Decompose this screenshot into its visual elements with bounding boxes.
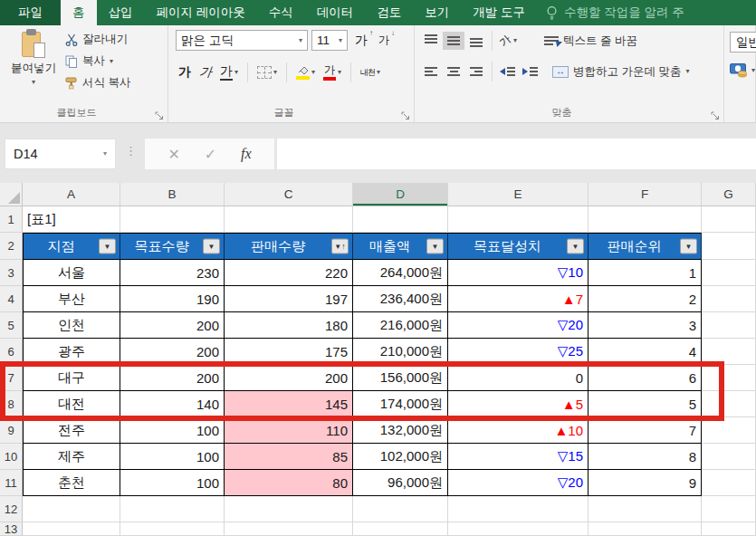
paste-dropdown-caret[interactable]: ▾ [32,79,35,86]
tell-me[interactable]: 수행할 작업을 알려 주 [546,0,756,25]
merge-center-button[interactable]: ↔ 병합하고 가운데 맞춤 ▾ [552,64,689,80]
underline-button[interactable]: 가▾ [217,62,241,82]
cell-C1[interactable] [225,206,353,233]
increase-indent-button[interactable] [519,67,541,76]
cell-B1[interactable] [120,206,225,233]
row-header-3[interactable]: 3 [0,260,23,286]
cell-A11[interactable]: 춘천 [23,470,120,496]
cell-A5[interactable]: 인천 [23,312,120,339]
font-size-combobox[interactable]: 11 ▾ [311,30,348,51]
cell-E2[interactable]: 목표달성치▼ [448,233,589,260]
filter-button-지점[interactable]: ▼ [99,239,116,254]
cell-G2[interactable] [702,233,756,260]
cell-B6[interactable]: 200 [120,339,225,365]
cell-F10[interactable]: 8 [589,444,702,470]
cell-A1[interactable]: [표1] [23,206,120,233]
cell-F8[interactable]: 5 [589,391,702,417]
tab-검토[interactable]: 검토 [365,0,413,25]
cell-C5[interactable]: 180 [225,312,353,339]
cell-D10[interactable]: 102,000원 [353,444,448,470]
cell-G7[interactable] [702,365,756,391]
cell-C3[interactable]: 220 [225,260,353,286]
cell-C2[interactable]: 판매수량▼↑ [225,233,353,260]
cell-E1[interactable] [448,206,589,233]
column-header-C[interactable]: C [225,183,353,206]
cell-B12[interactable] [120,496,225,522]
tab-홈[interactable]: 홈 [61,0,97,25]
cell-E13[interactable] [448,522,589,536]
row-header-12[interactable]: 12 [0,496,23,522]
cell-E4[interactable]: ▲7 [448,286,589,312]
name-box[interactable]: D14 ▾ [5,139,116,169]
cell-F5[interactable]: 3 [589,312,702,339]
cell-G4[interactable] [702,286,756,312]
cell-E6[interactable]: ▽25 [448,339,589,365]
row-header-1[interactable]: 1 [0,206,23,233]
cell-A4[interactable]: 부산 [23,286,120,312]
cell-F3[interactable]: 1 [589,260,702,286]
bold-button[interactable]: 가 [176,62,194,82]
row-header-9[interactable]: 9 [0,417,23,444]
middle-align-button[interactable] [443,32,464,50]
cell-G3[interactable] [702,260,756,286]
cell-B3[interactable]: 230 [120,260,225,286]
row-header-5[interactable]: 5 [0,312,23,339]
name-box-caret-icon[interactable]: ▾ [103,150,107,158]
cell-F7[interactable]: 6 [589,365,702,391]
cell-D11[interactable]: 96,000원 [353,470,448,496]
borders-button[interactable]: ▾ [254,62,280,82]
orientation-button[interactable]: 가▾ [496,34,521,49]
row-header-2[interactable]: 2 [0,233,23,260]
cell-F6[interactable]: 4 [589,339,702,365]
decrease-font-size-button[interactable]: 가↓ [375,33,393,48]
filter-button-매출액[interactable]: ▼ [426,239,444,254]
cell-G1[interactable] [702,206,756,233]
cell-B8[interactable]: 140 [120,391,225,417]
cell-D4[interactable]: 236,400원 [353,286,448,312]
column-header-F[interactable]: F [589,183,702,206]
top-align-button[interactable] [420,32,442,50]
row-header-13[interactable]: 13 [0,522,23,536]
cell-C4[interactable]: 197 [225,286,353,312]
cell-C9[interactable]: 110 [225,417,353,444]
row-header-4[interactable]: 4 [0,286,23,312]
tab-수식[interactable]: 수식 [257,0,305,25]
cell-G5[interactable] [702,312,756,339]
cell-E5[interactable]: ▽20 [448,312,589,339]
cell-A12[interactable] [23,496,120,522]
cell-A13[interactable] [23,522,120,536]
cell-F11[interactable]: 9 [589,470,702,496]
bottom-align-button[interactable] [465,32,487,50]
cell-E8[interactable]: ▲5 [448,391,589,417]
cell-F13[interactable] [589,522,702,536]
font-name-combobox[interactable]: 맑은 고딕 ▾ [176,30,308,51]
copy-dropdown-caret[interactable]: ▾ [110,58,113,65]
cell-D8[interactable]: 174,000원 [353,391,448,417]
cell-D9[interactable]: 132,000원 [353,417,448,444]
cell-C7[interactable]: 200 [225,365,353,391]
cell-D13[interactable] [353,522,448,536]
cell-F9[interactable]: 7 [589,417,702,444]
cell-D2[interactable]: 매출액▼ [353,233,448,260]
cell-A7[interactable]: 대구 [23,365,120,391]
filter-button-판매순위[interactable]: ▼ [680,239,697,254]
cell-B4[interactable]: 190 [120,286,225,312]
cell-F4[interactable]: 2 [589,286,702,312]
cell-C8[interactable]: 145 [225,391,353,417]
cell-A9[interactable]: 전주 [23,417,120,444]
fill-color-button[interactable]: ▾ [293,62,318,82]
column-header-E[interactable]: E [448,183,589,206]
cell-B7[interactable]: 200 [120,365,225,391]
tab-파일[interactable]: 파일 [0,0,61,25]
cell-A2[interactable]: 지점▼ [23,233,120,260]
column-header-D[interactable]: D [353,183,448,206]
align-left-button[interactable] [420,62,442,81]
cell-B5[interactable]: 200 [120,312,225,339]
filter-button-목표달성치[interactable]: ▼ [567,239,584,254]
tab-데이터[interactable]: 데이터 [305,0,366,25]
column-header-B[interactable]: B [120,183,225,206]
row-header-11[interactable]: 11 [0,470,23,496]
cell-D12[interactable] [353,496,448,522]
tab-페이지 레이아웃[interactable]: 페이지 레이아웃 [145,0,257,25]
align-right-button[interactable] [465,62,487,81]
